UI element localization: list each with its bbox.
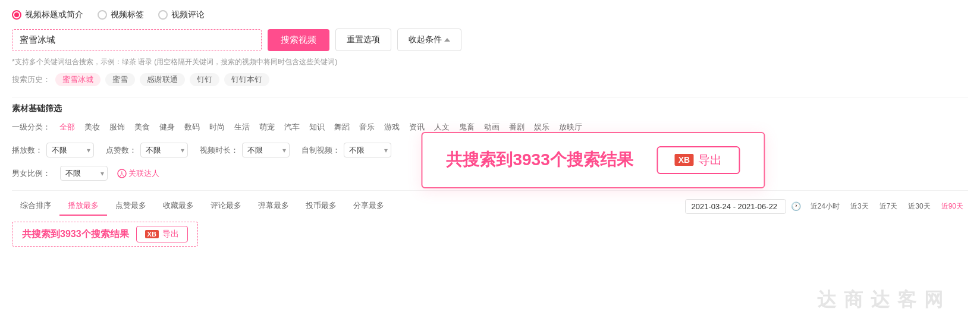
category-item-5[interactable]: 数码 bbox=[181, 121, 203, 133]
self-made-select[interactable]: 不限 bbox=[344, 143, 391, 157]
radio-title[interactable]: 视频标题或简介 bbox=[12, 10, 83, 20]
history-tag-1[interactable]: 蜜雪 bbox=[105, 73, 135, 86]
radio-label-title: 视频标题或简介 bbox=[25, 10, 83, 20]
history-label: 搜索历史： bbox=[12, 74, 51, 85]
result-bar: 共搜索到3933个搜索结果 XB 导出 bbox=[12, 222, 198, 247]
time-btn-2[interactable]: 近7天 bbox=[875, 200, 903, 213]
condition-button[interactable]: 收起条件 bbox=[397, 29, 461, 51]
search-input-wrap bbox=[12, 29, 262, 51]
overlay-result: 共搜索到3933个搜索结果 XB 导出 bbox=[421, 132, 765, 188]
section-title: 素材基础筛选 bbox=[12, 103, 968, 114]
radio-circle-comment bbox=[158, 10, 168, 20]
search-input[interactable] bbox=[12, 30, 261, 51]
category-item-7[interactable]: 生活 bbox=[231, 121, 253, 133]
condition-label: 收起条件 bbox=[409, 34, 442, 45]
date-input[interactable] bbox=[685, 199, 786, 214]
category-item-1[interactable]: 美妆 bbox=[81, 121, 103, 133]
sort-tab-4[interactable]: 评论最多 bbox=[202, 197, 250, 216]
time-btns: 近24小时 近3天 近7天 近30天 近90天 bbox=[806, 200, 968, 213]
radio-label-tag: 视频标签 bbox=[111, 10, 144, 20]
hint-text: *支持多个关键词组合搜索，示例：绿茶 语录 (用空格隔开关键词，搜索的视频中将同… bbox=[12, 57, 968, 67]
radio-circle-title bbox=[12, 10, 21, 20]
category-item-3[interactable]: 美食 bbox=[131, 121, 153, 133]
keyword-link-label: 关联达人 bbox=[128, 168, 159, 179]
sort-tab-7[interactable]: 分享最多 bbox=[345, 197, 392, 216]
result-prefix: 共搜索到 bbox=[22, 229, 60, 239]
divider-1 bbox=[12, 97, 968, 97]
play-count-label: 播放数： bbox=[12, 145, 43, 156]
gender-select-wrap: 不限 bbox=[60, 166, 108, 181]
bottom-row: 综合排序 播放最多 点赞最多 收藏最多 评论最多 弹幕最多 投币最多 分享最多 … bbox=[12, 190, 968, 216]
self-made-filter: 自制视频： 不限 bbox=[301, 143, 391, 157]
like-count-filter: 点赞数： 不限 bbox=[106, 143, 188, 157]
sort-tab-2[interactable]: 点赞最多 bbox=[107, 197, 155, 216]
self-made-label: 自制视频： bbox=[301, 145, 340, 156]
search-row: 搜索视频 重置选项 收起条件 bbox=[12, 29, 968, 51]
history-tag-0[interactable]: 蜜雪冰城 bbox=[55, 73, 100, 86]
sort-tab-5[interactable]: 弹幕最多 bbox=[250, 197, 297, 216]
sort-tab-0[interactable]: 综合排序 bbox=[12, 197, 59, 216]
time-btn-4[interactable]: 近90天 bbox=[937, 200, 968, 213]
play-count-filter: 播放数： 不限 bbox=[12, 143, 94, 157]
history-row: 搜索历史： 蜜雪冰城 蜜雪 感谢联通 钉钉 钉钉本钉 bbox=[12, 73, 968, 86]
overlay-number: 3933 bbox=[513, 150, 549, 169]
overlay-result-count: 共搜索到3933个搜索结果 bbox=[446, 149, 633, 171]
result-suffix: 个搜索结果 bbox=[81, 229, 129, 239]
radio-group: 视频标题或简介 视频标签 视频评论 bbox=[12, 10, 968, 20]
duration-select-wrap: 不限 bbox=[242, 143, 290, 157]
link-icon: 人 bbox=[117, 169, 127, 178]
category-item-6[interactable]: 时尚 bbox=[206, 121, 228, 133]
sort-tab-1[interactable]: 播放最多 bbox=[59, 197, 107, 216]
history-tag-4[interactable]: 钉钉本钉 bbox=[224, 73, 269, 86]
sort-tabs: 综合排序 播放最多 点赞最多 收藏最多 评论最多 弹幕最多 投币最多 分享最多 bbox=[12, 197, 392, 216]
category-item-12[interactable]: 音乐 bbox=[356, 121, 378, 133]
result-count: 共搜索到3933个搜索结果 bbox=[22, 228, 129, 241]
gender-select[interactable]: 不限 bbox=[60, 166, 108, 181]
search-button[interactable]: 搜索视频 bbox=[268, 29, 329, 51]
category-item-2[interactable]: 服饰 bbox=[106, 121, 128, 133]
export-button[interactable]: XB 导出 bbox=[136, 226, 188, 242]
svg-text:人: 人 bbox=[119, 171, 125, 177]
category-item-13[interactable]: 游戏 bbox=[381, 121, 403, 133]
radio-comment[interactable]: 视频评论 bbox=[158, 10, 205, 20]
sort-tab-3[interactable]: 收藏最多 bbox=[155, 197, 202, 216]
category-item-11[interactable]: 舞蹈 bbox=[331, 121, 353, 133]
category-item-9[interactable]: 汽车 bbox=[281, 121, 303, 133]
category-item-0[interactable]: 全部 bbox=[56, 121, 78, 133]
radio-circle-tag bbox=[98, 10, 107, 20]
play-count-select-wrap: 不限 bbox=[46, 143, 94, 157]
arrow-up-icon bbox=[444, 38, 450, 42]
self-made-select-wrap: 不限 bbox=[344, 143, 391, 157]
like-count-select-wrap: 不限 bbox=[140, 143, 188, 157]
duration-label: 视频时长： bbox=[200, 145, 238, 156]
calendar-icon: 🕐 bbox=[791, 201, 801, 211]
radio-label-comment: 视频评论 bbox=[171, 10, 205, 20]
category-item-8[interactable]: 萌宠 bbox=[256, 121, 278, 133]
like-count-select[interactable]: 不限 bbox=[140, 143, 188, 157]
result-number: 3933 bbox=[60, 229, 81, 239]
export-label: 导出 bbox=[162, 229, 179, 239]
duration-filter: 视频时长： 不限 bbox=[200, 143, 290, 157]
history-tag-2[interactable]: 感谢联通 bbox=[140, 73, 185, 86]
category-item-10[interactable]: 知识 bbox=[306, 121, 328, 133]
overlay-suffix: 个搜索结果 bbox=[550, 150, 633, 169]
gender-label: 男女比例： bbox=[12, 168, 51, 179]
duration-select[interactable]: 不限 bbox=[242, 143, 290, 157]
time-btn-1[interactable]: 近3天 bbox=[846, 200, 874, 213]
overlay-export-label: 导出 bbox=[698, 152, 722, 168]
play-count-select[interactable]: 不限 bbox=[46, 143, 94, 157]
keyword-link[interactable]: 人 关联达人 bbox=[117, 168, 159, 179]
excel-icon: XB bbox=[145, 230, 159, 238]
time-btn-3[interactable]: 近30天 bbox=[903, 200, 935, 213]
reset-button[interactable]: 重置选项 bbox=[335, 29, 391, 51]
sort-tab-6[interactable]: 投币最多 bbox=[297, 197, 345, 216]
time-btn-0[interactable]: 近24小时 bbox=[806, 200, 844, 213]
radio-tag[interactable]: 视频标签 bbox=[98, 10, 144, 20]
date-range: 🕐 近24小时 近3天 近7天 近30天 近90天 bbox=[685, 199, 968, 214]
category-label: 一级分类： bbox=[12, 122, 51, 133]
history-tag-3[interactable]: 钉钉 bbox=[190, 73, 219, 86]
like-count-label: 点赞数： bbox=[106, 145, 137, 156]
overlay-export-button[interactable]: XB 导出 bbox=[657, 146, 740, 174]
category-item-4[interactable]: 健身 bbox=[156, 121, 178, 133]
overlay-prefix: 共搜索到 bbox=[446, 150, 513, 169]
